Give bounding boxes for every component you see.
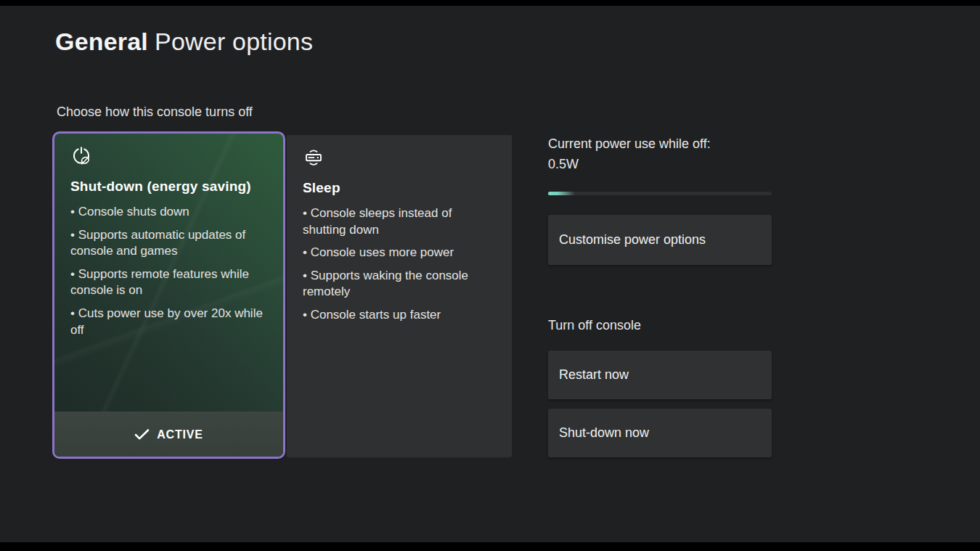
shutdown-now-button[interactable]: Shut-down now: [548, 409, 772, 457]
bullet-item: Supports automatic updates of console an…: [70, 227, 267, 260]
customise-power-options-button[interactable]: Customise power options: [548, 215, 772, 265]
card-sleep-content: Sleep Console sleeps instead of shutting…: [287, 135, 512, 324]
turn-off-console-label: Turn off console: [548, 318, 641, 333]
power-options-screen: GeneralPower options Choose how this con…: [0, 0, 980, 551]
power-usage-meter: [548, 192, 772, 195]
card-sleep-title: Sleep: [303, 180, 496, 196]
page-title-subsection: Power options: [155, 28, 313, 55]
power-panel: Current power use while off: 0.5W Custom…: [548, 134, 772, 195]
console-sleep-icon: [303, 147, 324, 168]
option-card-shutdown[interactable]: Shut-down (energy saving) Console shuts …: [52, 131, 285, 459]
card-sleep-bullets: Console sleeps instead of shutting downC…: [303, 205, 496, 324]
bullet-item: Console uses more power: [303, 245, 496, 261]
bullet-item: Console starts up faster: [303, 307, 496, 324]
bullet-item: Cuts power use by over 20x while off: [70, 306, 267, 338]
bullet-item: Console shuts down: [70, 204, 267, 221]
card-shutdown-content: Shut-down (energy saving) Console shuts …: [54, 134, 283, 338]
letterbox-bottom: [0, 542, 980, 551]
page-title-section: General: [55, 28, 148, 55]
power-usage-label: Current power use while off:: [548, 134, 772, 154]
bullet-item: Supports remote features while console i…: [70, 266, 267, 299]
page-title: GeneralPower options: [55, 28, 313, 56]
power-leaf-icon: [70, 145, 92, 167]
bullet-item: Supports waking the console remotely: [303, 268, 496, 301]
restart-now-label: Restart now: [559, 367, 629, 383]
card-shutdown-bullets: Console shuts downSupports automatic upd…: [70, 204, 267, 338]
power-usage-value: 0.5W: [548, 154, 772, 174]
shutdown-now-label: Shut-down now: [559, 425, 649, 441]
section-label: Choose how this console turns off: [57, 105, 253, 120]
bullet-item: Console sleeps instead of shutting down: [303, 205, 496, 238]
customise-power-options-label: Customise power options: [559, 232, 706, 248]
check-icon: [134, 428, 150, 441]
power-usage-meter-fill: [548, 192, 575, 195]
option-card-sleep[interactable]: Sleep Console sleeps instead of shutting…: [287, 135, 512, 457]
active-badge-label: ACTIVE: [157, 428, 203, 441]
card-shutdown-title: Shut-down (energy saving): [70, 179, 267, 195]
letterbox-top: [0, 0, 980, 6]
active-badge: ACTIVE: [54, 412, 283, 457]
restart-now-button[interactable]: Restart now: [548, 351, 772, 399]
